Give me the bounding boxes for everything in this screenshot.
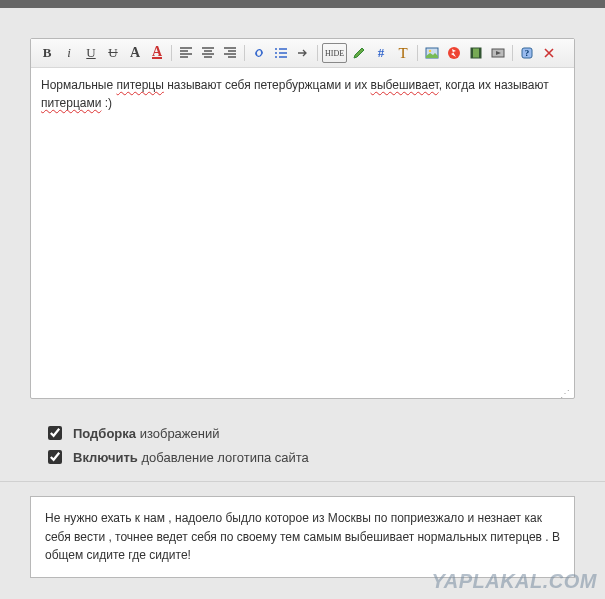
header-strip (0, 0, 605, 8)
align-left-icon (179, 46, 193, 60)
svg-text:?: ? (525, 48, 530, 58)
font-size-button[interactable]: A (125, 43, 145, 63)
svg-point-1 (275, 52, 277, 54)
svg-rect-7 (471, 48, 473, 58)
svg-point-2 (275, 56, 277, 58)
align-right-button[interactable] (220, 43, 240, 63)
quote-button[interactable] (293, 43, 313, 63)
spell-error: питерцами (41, 96, 101, 110)
podborka-label-bold: Подборка (73, 426, 136, 441)
editor-text: :) (101, 96, 112, 110)
toolbar-separator (317, 45, 318, 61)
logo-label: Включить добавление логотипа сайта (73, 450, 309, 465)
image-button[interactable] (422, 43, 442, 63)
list-icon (274, 46, 288, 60)
options-section: Подборка изображений Включить добавление… (0, 409, 605, 482)
spell-error: питерцы (116, 78, 163, 92)
hide-button[interactable]: HIDE (322, 43, 347, 63)
edit-button[interactable] (349, 43, 369, 63)
podborka-checkbox-row[interactable]: Подборка изображений (30, 421, 585, 445)
preview-section: Не нужно ехать к нам , надоело быдло кот… (0, 482, 605, 598)
svg-rect-8 (479, 48, 481, 58)
toolbar-separator (244, 45, 245, 61)
font-size-glyph: A (130, 45, 140, 61)
svg-point-5 (448, 47, 460, 59)
editor-container: B i U U A A (30, 38, 575, 399)
editor-toolbar: B i U U A A (31, 39, 574, 68)
resize-handle[interactable]: ⋰ (31, 388, 574, 398)
flash-icon (447, 46, 461, 60)
video-button[interactable] (466, 43, 486, 63)
logo-label-rest: добавление логотипа сайта (138, 450, 309, 465)
pencil-icon (352, 46, 366, 60)
podborka-checkbox[interactable] (48, 426, 62, 440)
flash-button[interactable] (444, 43, 464, 63)
svg-point-4 (429, 50, 431, 52)
media-icon (491, 46, 505, 60)
podborka-label: Подборка изображений (73, 426, 219, 441)
toolbar-separator (171, 45, 172, 61)
align-left-button[interactable] (176, 43, 196, 63)
editor-text: называют себя петербуржцами и их (164, 78, 371, 92)
podborka-label-rest: изображений (136, 426, 219, 441)
help-icon: ? (520, 46, 534, 60)
logo-checkbox[interactable] (48, 450, 62, 464)
font-color-button[interactable]: A (147, 43, 167, 63)
image-icon (425, 46, 439, 60)
link-button[interactable] (249, 43, 269, 63)
align-center-icon (201, 46, 215, 60)
italic-button[interactable]: i (59, 43, 79, 63)
svg-point-0 (275, 48, 277, 50)
editor-text: , когда их называют (439, 78, 549, 92)
close-button[interactable] (539, 43, 559, 63)
preview-box: Не нужно ехать к нам , надоело быдло кот… (30, 496, 575, 578)
list-button[interactable] (271, 43, 291, 63)
hash-button[interactable]: # (371, 43, 391, 63)
spell-error: выбешивает (371, 78, 439, 92)
align-right-icon (223, 46, 237, 60)
quote-arrow-icon (296, 46, 310, 60)
align-center-button[interactable] (198, 43, 218, 63)
logo-label-bold: Включить (73, 450, 138, 465)
text-tool-button[interactable]: T (393, 43, 413, 63)
toolbar-separator (417, 45, 418, 61)
editor-text: Нормальные (41, 78, 116, 92)
close-icon (542, 46, 556, 60)
strike-button[interactable]: U (103, 43, 123, 63)
preview-text: Не нужно ехать к нам , надоело быдло кот… (45, 511, 560, 562)
editor-section: B i U U A A (0, 8, 605, 409)
toolbar-separator (512, 45, 513, 61)
editor-textarea[interactable]: Нормальные питерцы называют себя петербу… (31, 68, 574, 388)
link-icon (252, 46, 266, 60)
logo-checkbox-row[interactable]: Включить добавление логотипа сайта (30, 445, 585, 469)
font-color-glyph: A (152, 47, 162, 59)
media-button[interactable] (488, 43, 508, 63)
bold-button[interactable]: B (37, 43, 57, 63)
help-button[interactable]: ? (517, 43, 537, 63)
film-icon (469, 46, 483, 60)
underline-button[interactable]: U (81, 43, 101, 63)
